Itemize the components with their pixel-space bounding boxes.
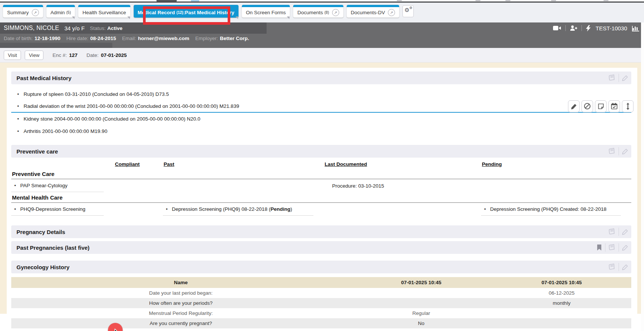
preventive-care-table: Compliant Past Last Documented Pending P…: [11, 159, 631, 216]
tab-label: Health Surveillance: [82, 10, 126, 15]
divider: [581, 25, 582, 31]
tab-label: Admin: [51, 10, 65, 15]
chrome-fragment: [397, 0, 402, 1]
gyn-table-row: How many days have your periods lasted? …: [11, 328, 631, 331]
book-icon[interactable]: [608, 244, 616, 251]
past-cell: Depression Screening (PHQ9) 08-22-2018 (…: [163, 203, 313, 216]
section-pregnancy-details: Pregnancy Details: [11, 225, 631, 238]
bar-chart-icon[interactable]: [632, 25, 640, 31]
gyn-value: No: [350, 321, 492, 326]
enc-number-label: Enc #:: [52, 52, 67, 58]
section-header[interactable]: Gynecology History: [11, 261, 631, 273]
popout-icon[interactable]: ↗: [332, 9, 339, 16]
pencil-icon[interactable]: [622, 148, 628, 155]
book-icon[interactable]: [608, 148, 616, 155]
employer-value: Better Corp.: [220, 36, 249, 41]
section-title: Preventive care: [16, 148, 58, 155]
gyn-table-row: How often are your periods? monthly: [11, 298, 631, 308]
patient-banner-row1: SIMMONS, NICOLE 34 y/o F Status: Active: [0, 22, 641, 34]
group-preventive-care: Preventive Care: [11, 168, 631, 179]
chart-page: Past Medical History Rupture of spleen 0…: [0, 63, 641, 314]
gyn-table-row: Menstrual Period Regularity: Regular: [11, 308, 631, 318]
last-documented-cell: [324, 203, 481, 216]
popout-icon[interactable]: ↗: [32, 9, 39, 16]
column-header-compliant: Compliant: [114, 159, 163, 168]
email-value: horner@mieweb.com: [138, 36, 189, 41]
tab-label: Medical Record: [138, 10, 175, 15]
divider: [619, 228, 619, 236]
last-documented-cell: Procedure: 03-10-2015: [324, 179, 481, 192]
pencil-icon[interactable]: [622, 245, 628, 251]
pencil-icon[interactable]: [622, 229, 628, 235]
hire-date-label: Hire date:: [66, 36, 88, 41]
tab-health-surveillance[interactable]: Health Surveillance: [78, 5, 130, 18]
tab-admin[interactable]: Admin (5): [46, 5, 75, 18]
column-header-pending: Pending: [481, 159, 631, 168]
visit-button[interactable]: Visit: [4, 51, 21, 60]
section-header[interactable]: Pregnancy Details: [11, 225, 631, 238]
divider: [619, 147, 619, 155]
section-title: Gynecology History: [16, 264, 70, 270]
section-past-medical-history: Past Medical History Rupture of spleen 0…: [11, 72, 631, 137]
note-button[interactable]: [595, 100, 607, 112]
section-header[interactable]: Past Medical History: [11, 72, 631, 84]
divider: [565, 25, 566, 31]
dob-label: Date of birth:: [4, 36, 33, 41]
pencil-icon[interactable]: [622, 75, 628, 81]
chrome-fragment: [505, 0, 510, 1]
gyn-value: monthly: [492, 300, 631, 306]
status-value: Active: [107, 25, 123, 31]
patient-id: TEST-10030: [596, 25, 627, 31]
compliant-cell: [114, 203, 163, 216]
tab-summary[interactable]: Summary ↗: [3, 5, 43, 18]
section-title: Past Medical History: [16, 75, 72, 81]
gyn-question: How often are your periods?: [11, 300, 350, 306]
person-add-icon[interactable]: [570, 25, 577, 31]
move-vertical-button[interactable]: [622, 100, 634, 112]
patient-identity: SIMMONS, NICOLE 34 y/o F Status: Active: [0, 22, 267, 34]
tab-settings-button[interactable]: ⚙ ⚙: [402, 5, 414, 17]
pmh-item[interactable]: Arthritis 2001-00-00 00:00:00 M19.90: [11, 125, 631, 137]
tab-medical-record-active[interactable]: Medical Record (12) :Past Medical Histor…: [134, 5, 239, 18]
tab-documents[interactable]: Documents (8) ↗: [293, 5, 343, 18]
gyn-question: Menstrual Period Regularity:: [11, 310, 350, 316]
gyn-question: Are you currently pregnant?: [11, 321, 350, 326]
chrome-fragment: [551, 0, 556, 1]
pencil-icon[interactable]: [622, 264, 628, 270]
tab-documents-dv[interactable]: Documents-DV ↗: [347, 5, 400, 18]
tab-count: (8): [325, 10, 329, 15]
divider: [619, 243, 619, 252]
past-cell: [163, 179, 324, 192]
tab-on-screen-forms[interactable]: On Screen Forms: [242, 5, 290, 18]
book-icon[interactable]: [608, 228, 616, 236]
edit-pencil-button[interactable]: [568, 100, 580, 112]
gyn-header-name: Name: [11, 280, 350, 285]
section-title: Past Pregnancies (last five): [16, 245, 89, 251]
pmh-item-text: Kidney stone 2004-00-00 00:00:00 (Conclu…: [24, 116, 200, 122]
pmh-item[interactable]: Kidney stone 2004-00-00 00:00:00 (Conclu…: [11, 113, 631, 125]
column-header-last-documented: Last Documented: [324, 159, 481, 168]
prohibited-button[interactable]: [581, 100, 593, 112]
bookmark-icon[interactable]: [596, 244, 602, 251]
popout-icon[interactable]: ↗: [388, 9, 395, 16]
patient-banner: SIMMONS, NICOLE 34 y/o F Status: Active: [0, 22, 641, 48]
book-icon[interactable]: [608, 264, 616, 271]
enc-number-value: 127: [69, 52, 78, 58]
pending-cell: Depression Screening (PHQ9) Created: 08-…: [481, 203, 621, 216]
book-icon[interactable]: [608, 75, 616, 82]
section-header[interactable]: Preventive care: [11, 145, 631, 158]
tab-label: Documents-DV: [351, 10, 385, 15]
lightning-bolt-icon[interactable]: [586, 25, 591, 31]
pmh-item[interactable]: Rupture of spleen 03-31-2010 (Concluded …: [11, 88, 631, 100]
section-header[interactable]: Past Pregnancies (last five): [11, 241, 631, 254]
pmh-item-hovered[interactable]: Radial deviation of the wrist 2001-00-00…: [11, 100, 631, 113]
chart-tab-bar: Summary ↗ Admin (5) Health Surveillance …: [0, 3, 644, 22]
webchart-app: Summary ↗ Admin (5) Health Surveillance …: [0, 0, 644, 331]
browser-chrome-remnant: [0, 0, 644, 3]
video-camera-icon[interactable]: [553, 25, 561, 31]
divider: [619, 263, 619, 271]
calendar-check-button[interactable]: [608, 100, 620, 112]
pmh-list: Rupture of spleen 03-31-2010 (Concluded …: [11, 88, 631, 137]
patient-name: SIMMONS, NICOLE: [4, 25, 59, 31]
view-button[interactable]: View: [25, 51, 43, 60]
